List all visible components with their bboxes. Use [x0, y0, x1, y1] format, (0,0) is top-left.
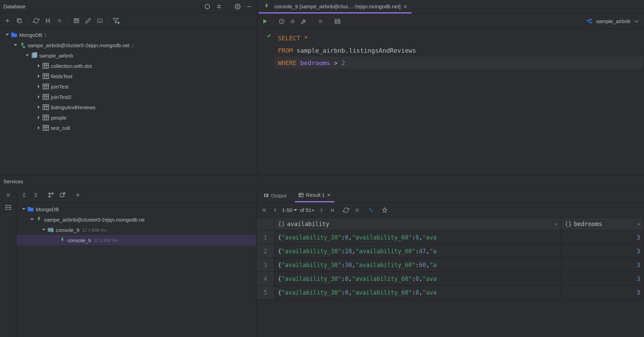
- svc-root-mongodb[interactable]: MongoDB: [17, 204, 256, 214]
- svg-rect-72: [299, 193, 303, 197]
- tree-datasource[interactable]: sampe_airbnb@cluster0-2ejqn.mongodb.net …: [0, 40, 257, 50]
- close-icon[interactable]: ✕: [403, 4, 407, 9]
- table-row[interactable]: 1{"availability_30": 0, "availability_60…: [257, 231, 644, 244]
- svg-point-70: [52, 231, 54, 233]
- tree-schema[interactable]: sample_airbnb: [0, 50, 257, 61]
- svg-rect-31: [43, 84, 49, 89]
- svg-rect-23: [43, 63, 49, 69]
- svg-rect-65: [49, 195, 50, 197]
- refresh-icon[interactable]: [32, 17, 40, 25]
- tree-collection[interactable]: people: [0, 112, 257, 123]
- editor-tabs: console_9 [sampe_airbnb@clus…-2ejqn.mong…: [257, 0, 644, 14]
- split-icon[interactable]: [215, 2, 223, 11]
- svc-console-item[interactable]: console_9 12 s 808 ms: [17, 235, 256, 245]
- svc-datasource[interactable]: sampe_airbnb@cluster0-2ejqn.mongodb.ne: [17, 214, 256, 225]
- tree-collection[interactable]: fieldsTest: [0, 71, 257, 81]
- group-icon[interactable]: [47, 191, 55, 199]
- schema-icon: [585, 18, 593, 25]
- svg-text:QL: QL: [98, 20, 102, 22]
- svg-rect-47: [43, 125, 49, 131]
- svg-rect-59: [590, 22, 592, 23]
- column-bedrooms[interactable]: {} bedrooms ◆: [561, 218, 644, 230]
- database-panel: Database QL: [0, 0, 257, 175]
- svg-rect-54: [335, 19, 340, 23]
- tree-collection[interactable]: test_coll: [0, 123, 257, 133]
- collapse-all-icon[interactable]: [32, 191, 40, 199]
- table-row[interactable]: 3{"availability_30": 30, "availability_6…: [257, 258, 644, 272]
- svg-rect-63: [49, 193, 50, 194]
- results-table[interactable]: {} availability ◆ {} bedrooms ◆ 1{"avail…: [257, 218, 644, 337]
- svg-rect-60: [7, 194, 10, 197]
- svg-rect-66: [60, 193, 64, 197]
- diff-icon[interactable]: [44, 17, 52, 25]
- target-icon[interactable]: [203, 2, 211, 11]
- reload-icon[interactable]: [342, 206, 350, 214]
- svc-console-group[interactable]: console_9 12 s 808 ms: [17, 225, 256, 235]
- table-view-icon[interactable]: [72, 17, 81, 25]
- next-page-icon[interactable]: [317, 206, 325, 214]
- schema-indicator[interactable]: sample_airbnb: [596, 18, 630, 24]
- svg-rect-39: [43, 105, 49, 110]
- add-service-icon[interactable]: [74, 191, 82, 199]
- svg-rect-43: [43, 115, 49, 120]
- column-availability[interactable]: {} availability ◆: [274, 218, 561, 230]
- svg-rect-75: [356, 208, 359, 212]
- table-row[interactable]: 4{"availability_30": 0, "availability_60…: [257, 272, 644, 286]
- results-panel: Output Result 1 ✕ 1-50 of 51+: [257, 187, 644, 337]
- svg-rect-64: [52, 193, 53, 194]
- table-row[interactable]: 2{"availability_30": 28, "availability_6…: [257, 244, 644, 258]
- services-panel: Services: [0, 176, 644, 337]
- duplicate-icon[interactable]: [15, 17, 23, 25]
- tree-root-mongodb[interactable]: MongoDB 1: [0, 30, 257, 40]
- svg-rect-13: [58, 19, 61, 22]
- edit-icon[interactable]: [84, 17, 92, 25]
- first-page-icon[interactable]: [260, 206, 268, 214]
- chevron-down-icon[interactable]: [632, 17, 641, 25]
- svg-rect-35: [43, 94, 49, 100]
- close-result-icon[interactable]: ✕: [327, 192, 331, 198]
- database-tree: MongoDB 1 sampe_airbnb@cluster0-2ejqn.mo…: [0, 28, 257, 175]
- sql-editor[interactable]: ✔ SELECT * FROM sample_airbnb.listingsAn…: [257, 29, 644, 175]
- last-page-icon[interactable]: [328, 206, 336, 214]
- pin-icon[interactable]: [381, 206, 389, 214]
- svg-rect-22: [33, 52, 37, 58]
- run-icon[interactable]: [261, 17, 269, 25]
- stop-query-icon[interactable]: [316, 17, 325, 25]
- result-view-icon[interactable]: [333, 17, 342, 25]
- checkmark-icon: ✔: [257, 32, 271, 39]
- filter-icon[interactable]: [113, 17, 121, 25]
- tree-collection[interactable]: joinTest: [0, 81, 257, 92]
- minimize-icon[interactable]: [245, 2, 253, 11]
- stop-services-icon[interactable]: [4, 191, 12, 199]
- cancel-icon[interactable]: [353, 206, 361, 214]
- svg-rect-12: [18, 20, 21, 23]
- svg-point-20: [23, 46, 25, 48]
- layout-icon[interactable]: [4, 203, 12, 212]
- gear-icon[interactable]: [233, 2, 242, 11]
- svg-rect-58: [590, 19, 592, 20]
- history-icon[interactable]: [278, 17, 286, 25]
- wrench-icon[interactable]: [300, 17, 308, 25]
- table-row[interactable]: 5{"availability_30": 0, "availability_60…: [257, 286, 644, 299]
- database-toolbar: QL: [0, 13, 257, 28]
- tree-collection[interactable]: collection.with.dot: [0, 61, 257, 71]
- editor-tab-console9[interactable]: console_9 [sampe_airbnb@clus…-2ejqn.mong…: [259, 0, 412, 13]
- tree-collection[interactable]: joinTest2: [0, 92, 257, 102]
- add-icon[interactable]: [3, 17, 12, 25]
- tree-collection[interactable]: listingsAndReviews: [0, 102, 257, 112]
- services-toolbar: [17, 187, 256, 203]
- svg-point-8: [237, 6, 239, 7]
- expand-all-icon[interactable]: [20, 191, 28, 199]
- rollback-icon[interactable]: [289, 17, 297, 25]
- tab-output[interactable]: Output: [260, 188, 290, 202]
- services-tree: MongoDB sampe_airbnb@cluster0-2ejqn.mong…: [17, 203, 256, 337]
- prev-page-icon[interactable]: [271, 206, 279, 214]
- compare-icon[interactable]: [367, 206, 375, 214]
- editor-panel: console_9 [sampe_airbnb@clus…-2ejqn.mong…: [257, 0, 644, 175]
- row-range[interactable]: 1-50: [282, 207, 297, 213]
- ql-console-icon[interactable]: QL: [96, 17, 104, 25]
- stop-icon[interactable]: [55, 17, 64, 25]
- open-new-icon[interactable]: [59, 191, 67, 199]
- svg-rect-14: [74, 19, 79, 23]
- tab-result1[interactable]: Result 1 ✕: [295, 188, 334, 202]
